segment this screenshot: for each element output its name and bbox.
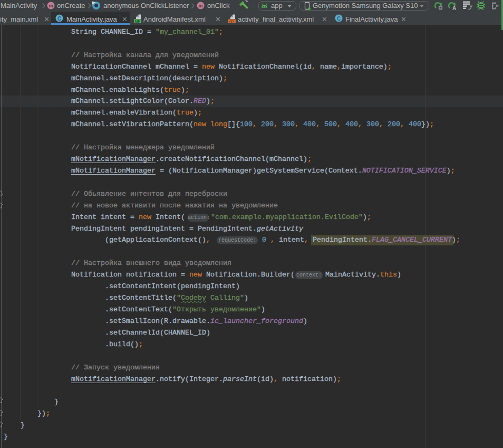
svg-text:m: m [198, 3, 202, 8]
svg-text:A: A [452, 5, 456, 11]
svg-text:MF: MF [134, 20, 140, 23]
svg-text:</>: </> [229, 20, 235, 23]
svg-text:C: C [337, 16, 341, 22]
svg-text:m: m [49, 3, 53, 8]
svg-text:C: C [57, 16, 61, 22]
